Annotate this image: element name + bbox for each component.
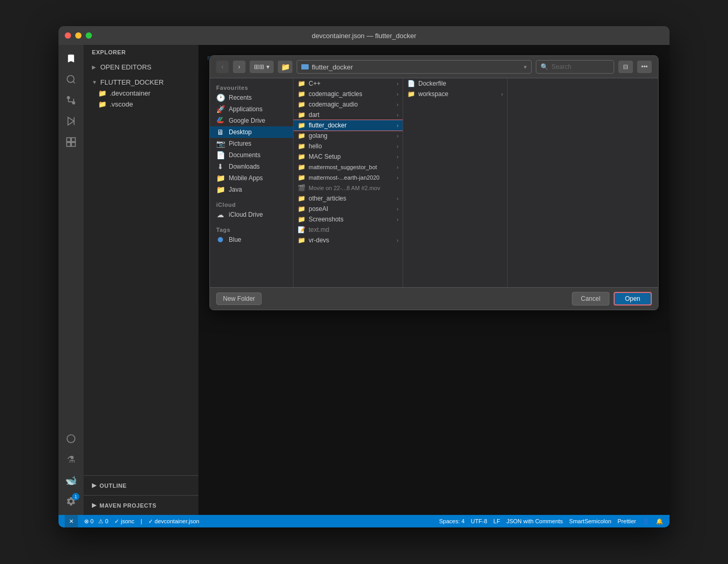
folder-icon-other-articles: 📁 (298, 195, 306, 202)
close-button[interactable] (65, 32, 71, 39)
sidebar-item-open-editors[interactable]: OPEN EDITORS (84, 62, 198, 73)
file-item-poseai[interactable]: 📁 poseAI › (293, 204, 403, 214)
location-folder-icon (301, 64, 309, 69)
settings-icon[interactable]: 1 (62, 492, 80, 511)
file-label-codemagic-audio: codemagic_audio (309, 101, 358, 108)
source-control-icon[interactable] (62, 91, 80, 110)
new-folder-button[interactable]: New Folder (216, 292, 262, 305)
pictures-icon: 📷 (216, 139, 225, 148)
svg-rect-11 (67, 143, 71, 147)
status-formatter[interactable]: SmartSemicolon (569, 518, 612, 524)
arrow-other-articles: › (397, 196, 398, 202)
file-label-mattermost-suggestor: mattermost_suggestor_bot (309, 164, 377, 170)
fav-item-recents[interactable]: 🕐 Recents (210, 92, 293, 103)
error-icon: ⊗ (84, 518, 89, 524)
status-language[interactable]: JSON with Comments (507, 518, 563, 524)
file-item-movie[interactable]: 🎬 Movie on 22-...8 AM #2.mov (293, 183, 403, 193)
maven-section: ▶ MAVEN PROJECTS (84, 495, 198, 515)
status-encoding[interactable]: UTF-8 (471, 518, 487, 524)
file-item-cpp[interactable]: 📁 C++ › (293, 78, 403, 89)
fav-item-google-drive[interactable]: Google Drive (210, 115, 293, 126)
fav-item-java[interactable]: 📁 Java (210, 184, 293, 195)
status-spaces[interactable]: Spaces: 4 (439, 518, 465, 524)
fav-item-mobile-apps[interactable]: 📁 Mobile Apps (210, 172, 293, 184)
file-dialog-overlay: ‹ › ⊞⊞ ▾ 📁 flutter_docker ▾ (198, 45, 670, 515)
file-item-screenshots[interactable]: 📁 Screenshots › (293, 214, 403, 225)
flask-icon[interactable]: ⚗ (62, 450, 80, 469)
search-placeholder: Search (551, 63, 571, 70)
location-dropdown[interactable]: ▾ (524, 64, 527, 70)
google-drive-label: Google Drive (229, 117, 265, 124)
maximize-button[interactable] (86, 32, 92, 39)
view-toggle-button[interactable]: ⊞⊞ ▾ (250, 61, 274, 73)
file-item-text-md[interactable]: 📝 text.md (293, 225, 403, 235)
back-button[interactable]: ‹ (216, 61, 229, 73)
arrow-hello: › (397, 144, 398, 149)
notification-icon[interactable]: 🔔 (656, 518, 663, 525)
outline-header[interactable]: ▶ OUTLINE (92, 480, 190, 491)
location-bar[interactable]: flutter_docker ▾ (297, 60, 532, 74)
file-item-mattermost-earth[interactable]: 📁 mattermost-...earth-jan2020 › (293, 172, 403, 183)
file-label-movie: Movie on 22-...8 AM #2.mov (309, 185, 380, 191)
applications-label: Applications (229, 105, 263, 113)
editor-area: rget=/home/de ‹ › ⊞⊞ ▾ 📁 (198, 45, 670, 515)
fav-item-desktop[interactable]: 🖥 Desktop (210, 126, 293, 138)
run-icon[interactable] (62, 112, 80, 131)
sidebar-item-child2[interactable]: 📁 .vscode (84, 99, 198, 110)
sidebar-item-child1[interactable]: 📁 .devcontainer (84, 88, 198, 99)
status-left: ✕ ⊗ 0 ⚠ 0 ✓ jsonc | ✓ devcontainer.json (65, 515, 199, 527)
fav-item-icloud-drive[interactable]: ☁ iCloud Drive (210, 209, 293, 220)
pictures-label: Pictures (229, 140, 251, 147)
file-item-vr-devs[interactable]: 📁 vr-devs › (293, 235, 403, 245)
cancel-button[interactable]: Cancel (572, 292, 609, 306)
split-view-button[interactable]: ⊟ (618, 61, 633, 73)
file-column-2: 📄 Dockerfile 📁 workspace › (403, 78, 508, 287)
file-column-1: 📁 C++ › 📁 codemagic_articles › (293, 78, 403, 287)
folder-icon-codemagic-audio: 📁 (298, 101, 306, 108)
view-grid-icon: ⊞⊞ (254, 63, 264, 70)
search-icon[interactable] (62, 70, 80, 89)
fav-item-blue-tag[interactable]: Blue (210, 234, 293, 245)
docker-icon[interactable]: 🐋 (62, 471, 80, 490)
file-item-mac-setup[interactable]: 📁 MAC Setup › (293, 151, 403, 162)
status-prettier[interactable]: Prettier (618, 518, 636, 524)
file-item-other-articles[interactable]: 📁 other_articles › (293, 193, 403, 204)
fav-item-downloads[interactable]: ⬇ Downloads (210, 161, 293, 172)
minimize-button[interactable] (75, 32, 81, 39)
feedback-icon[interactable]: 👤 (642, 518, 650, 525)
fav-item-applications[interactable]: 🚀 Applications (210, 103, 293, 115)
dialog-footer: New Folder Cancel Open (210, 287, 658, 310)
flutter-docker-section: FLUTTER_DOCKER 📁 .devcontainer 📁 .vscode (84, 75, 198, 112)
file-item-dockerfile[interactable]: 📄 Dockerfile (403, 78, 507, 89)
mobile-apps-label: Mobile Apps (229, 174, 263, 182)
more-options-button[interactable]: ••• (637, 61, 652, 73)
file-item-dart[interactable]: 📁 dart › (293, 110, 403, 120)
extensions-icon[interactable] (62, 133, 80, 151)
traffic-lights (65, 32, 92, 39)
file-item-codemagic-audio[interactable]: 📁 codemagic_audio › (293, 99, 403, 110)
maven-header[interactable]: ▶ MAVEN PROJECTS (92, 500, 190, 511)
folder-action-button[interactable]: 📁 (278, 61, 292, 73)
explorer-icon[interactable] (62, 49, 80, 68)
blue-tag-label: Blue (229, 236, 241, 243)
search-box[interactable]: 🔍 Search (536, 60, 614, 74)
status-eol[interactable]: LF (494, 518, 500, 524)
arrow-vr-devs: › (397, 238, 398, 243)
file-item-hello[interactable]: 📁 hello › (293, 141, 403, 151)
file-item-workspace[interactable]: 📁 workspace › (403, 89, 507, 99)
remote-icon[interactable] (62, 429, 80, 448)
sidebar-item-flutter-docker[interactable]: FLUTTER_DOCKER (84, 77, 198, 88)
fav-item-pictures[interactable]: 📷 Pictures (210, 138, 293, 149)
file-item-flutter-docker[interactable]: 📁 flutter_docker › (293, 120, 403, 131)
fav-item-documents[interactable]: 📄 Documents (210, 149, 293, 161)
file-item-golang[interactable]: 📁 golang › (293, 131, 403, 141)
favorites-panel: Favourites 🕐 Recents 🚀 Applications (210, 78, 293, 287)
open-button[interactable]: Open (614, 292, 652, 306)
file-item-codemagic-articles[interactable]: 📁 codemagic_articles › (293, 89, 403, 99)
forward-button[interactable]: › (233, 61, 245, 73)
status-x-button[interactable]: ✕ (65, 515, 78, 527)
mobile-apps-icon: 📁 (216, 174, 225, 182)
file-item-mattermost-suggestor[interactable]: 📁 mattermost_suggestor_bot › (293, 162, 403, 172)
file-label-golang: golang (309, 132, 327, 139)
maven-arrow: ▶ (92, 502, 97, 509)
